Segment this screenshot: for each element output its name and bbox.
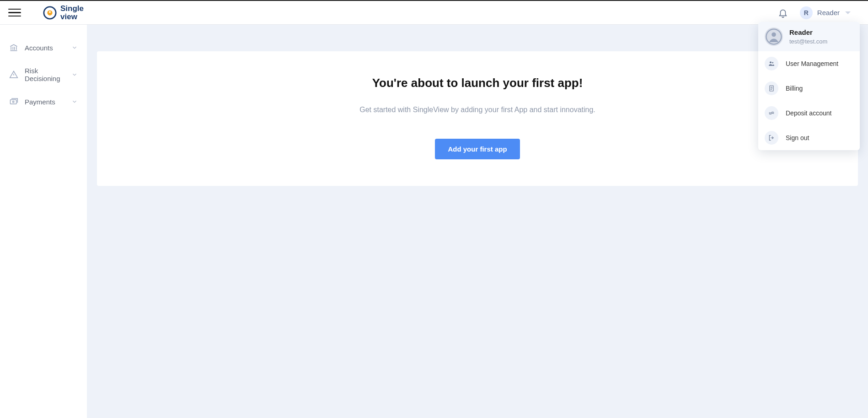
notifications-bell-icon[interactable] — [778, 8, 788, 18]
chevron-down-icon — [71, 44, 78, 51]
dropdown-item-label: Deposit account — [786, 109, 831, 117]
cash-icon — [9, 97, 18, 106]
topbar: Single view R Reader — [0, 0, 868, 25]
svg-point-2 — [49, 11, 51, 13]
user-avatar-large-icon — [765, 27, 783, 46]
dropdown-item-user-management[interactable]: User Management — [758, 51, 860, 76]
users-icon — [765, 57, 778, 71]
receipt-icon — [765, 81, 778, 95]
dropdown-item-label: Billing — [786, 85, 803, 92]
welcome-title: You're about to launch your first app! — [108, 76, 847, 90]
sidebar-item-label: Accounts — [25, 44, 65, 52]
sidebar-item-accounts[interactable]: Accounts — [0, 36, 87, 60]
sidebar-item-label: Risk Decisioning — [25, 67, 65, 82]
sidebar-item-risk-decisioning[interactable]: Risk Decisioning — [0, 60, 87, 90]
svg-point-6 — [772, 33, 776, 37]
dropdown-item-label: Sign out — [786, 134, 809, 141]
chevron-down-icon — [71, 71, 78, 78]
svg-point-8 — [772, 62, 773, 64]
svg-point-4 — [13, 101, 14, 103]
bank-icon — [9, 43, 18, 52]
deposit-icon — [765, 106, 778, 120]
main-content: You're about to launch your first app! G… — [87, 25, 868, 418]
hamburger-menu-button[interactable] — [8, 6, 21, 19]
dropdown-item-billing[interactable]: Billing — [758, 76, 860, 101]
svg-point-7 — [770, 61, 772, 63]
add-your-first-app-button[interactable]: Add your first app — [435, 139, 520, 159]
caret-down-icon — [845, 11, 851, 14]
user-dropdown: Reader test@test.com User Management Bil… — [758, 22, 860, 150]
user-dropdown-name: Reader — [789, 28, 827, 36]
sidebar-item-label: Payments — [25, 98, 65, 106]
user-menu-trigger[interactable]: R Reader — [800, 6, 860, 19]
user-name-label: Reader — [817, 9, 840, 16]
dropdown-item-deposit-account[interactable]: Deposit account — [758, 101, 860, 125]
welcome-card: You're about to launch your first app! G… — [97, 51, 858, 186]
user-dropdown-header: Reader test@test.com — [758, 22, 860, 51]
user-dropdown-email: test@test.com — [789, 38, 827, 45]
brand-logo[interactable]: Single view — [43, 5, 84, 21]
warning-triangle-icon — [9, 70, 18, 79]
dropdown-item-sign-out[interactable]: Sign out — [758, 125, 860, 150]
sign-out-icon — [765, 131, 778, 145]
welcome-subtitle: Get started with SingleView by adding yo… — [108, 106, 847, 114]
dropdown-item-label: User Management — [786, 60, 838, 67]
svg-rect-3 — [11, 100, 16, 104]
sidebar-item-payments[interactable]: Payments — [0, 90, 87, 114]
brand-logo-mark-icon — [43, 6, 57, 20]
sidebar: Accounts Risk Decisioning Payments — [0, 25, 87, 418]
user-avatar-small: R — [800, 6, 813, 19]
chevron-down-icon — [71, 98, 78, 105]
brand-logo-text: Single view — [60, 5, 84, 21]
